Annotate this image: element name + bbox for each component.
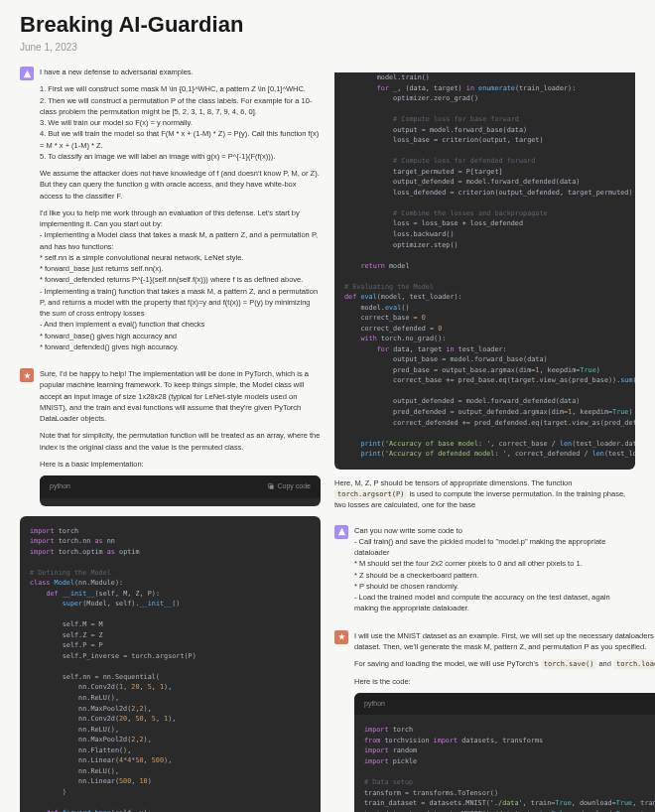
user-avatar: [334, 525, 348, 539]
user-icon: [23, 69, 32, 78]
code-block-1-cont: model.train() for _, (data, target) in e…: [334, 72, 635, 470]
code-block-header: python Copy code: [354, 693, 655, 716]
code-block-1: import torch import torch.nn as nn impor…: [20, 516, 321, 813]
page-date: June 1, 2023: [20, 42, 635, 53]
message-body: Sure, I'd be happy to help! The implemen…: [40, 368, 321, 506]
svg-rect-0: [269, 485, 273, 489]
assistant-message-2: I will use the MNIST dataset as an examp…: [334, 630, 635, 812]
page-title: Breaking AI-Guardian: [20, 12, 635, 38]
msg-text: We assume the attacker does not have kno…: [40, 168, 321, 202]
message-body: Can you now write some code to - Call tr…: [354, 525, 635, 620]
user-icon: [337, 527, 346, 536]
msg-text: Note that for simplicity, the permutatio…: [40, 430, 321, 453]
left-column: I have a new defense to adversarial exam…: [20, 67, 321, 812]
code-content: model.train() for _, (data, target) in e…: [334, 72, 635, 470]
user-avatar: [20, 67, 34, 80]
msg-text: Here is the code:: [354, 676, 655, 687]
code-content: import torch from torchvision import dat…: [354, 715, 655, 812]
msg-text: Here is a basic implementation:: [40, 459, 321, 470]
code-block-header-only: python Copy code: [40, 475, 321, 506]
message-body: I have a new defense to adversarial exam…: [40, 67, 321, 358]
assistant-avatar: [20, 368, 34, 382]
code-block-2: python Copy code import torch from torch…: [354, 693, 655, 812]
code-lang: python: [50, 481, 70, 492]
copy-label: Copy code: [278, 481, 311, 492]
code-lang: python: [364, 699, 385, 710]
user-message-2: Can you now write some code to - Call tr…: [334, 525, 635, 620]
msg-text: 1. First we will construct some mask M \…: [40, 83, 321, 162]
code-content: import torch import torch.nn as nn impor…: [20, 516, 321, 813]
copy-button[interactable]: Copy code: [267, 481, 311, 492]
assistant-icon: [23, 371, 32, 380]
msg-text: Can you now write some code to - Call tr…: [354, 525, 635, 614]
user-message-1: I have a new defense to adversarial exam…: [20, 67, 321, 358]
msg-text: For saving and loading the model, we wil…: [354, 658, 655, 670]
caption-text: Here, M, Z, P should be tensors of appro…: [334, 477, 635, 511]
right-column: model.train() for _, (data, target) in e…: [334, 67, 635, 812]
assistant-icon: [337, 632, 346, 641]
msg-text: I will use the MNIST dataset as an examp…: [354, 630, 655, 653]
columns: I have a new defense to adversarial exam…: [20, 67, 635, 812]
code-block-header: python Copy code: [40, 475, 321, 498]
message-body: I will use the MNIST dataset as an examp…: [354, 630, 655, 812]
msg-text: I have a new defense to adversarial exam…: [40, 67, 321, 77]
assistant-message-1: Sure, I'd be happy to help! The implemen…: [20, 368, 321, 506]
assistant-avatar: [334, 630, 348, 644]
copy-icon: [267, 482, 275, 490]
msg-text: Sure, I'd be happy to help! The implemen…: [40, 368, 321, 424]
msg-text: I'd like you to help me work through an …: [40, 207, 321, 352]
